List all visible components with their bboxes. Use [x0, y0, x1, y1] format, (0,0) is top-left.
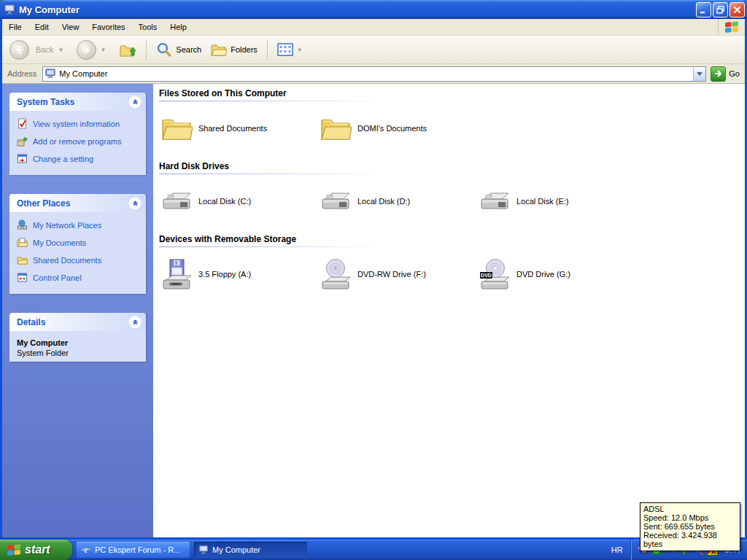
- hard-disk-icon: [479, 190, 511, 212]
- control-panel-icon: [17, 272, 28, 283]
- network-status-tooltip: ADSL Speed: 12.0 Mbps Sent: 669.655 byte…: [640, 502, 740, 551]
- menu-tools[interactable]: Tools: [132, 20, 164, 34]
- menu-help[interactable]: Help: [163, 20, 193, 34]
- forward-icon: [77, 40, 96, 60]
- tooltip-line: Sent: 669.655 bytes: [643, 522, 737, 531]
- start-button[interactable]: start: [0, 540, 72, 560]
- windows-flag-icon: [7, 543, 21, 556]
- forward-dropdown-icon[interactable]: ▼: [100, 47, 106, 53]
- explorer-window: My Computer File Edit View Favorites Too…: [0, 0, 747, 540]
- shared-documents-icon: [17, 254, 28, 265]
- taskbar-button-label: My Computer: [212, 545, 260, 554]
- folders-icon: [210, 42, 227, 57]
- item-local-disk-c[interactable]: Local Disk (C:): [159, 184, 318, 218]
- up-folder-icon: [119, 41, 136, 58]
- section-divider: [159, 174, 371, 174]
- address-label: Address: [7, 69, 36, 78]
- address-dropdown-button[interactable]: [693, 67, 705, 81]
- other-places-panel: Other Places: [9, 194, 146, 294]
- folders-button[interactable]: Folders: [207, 42, 260, 57]
- details-item-name: My Computer: [17, 338, 143, 347]
- system-tasks-header[interactable]: System Tasks: [9, 93, 146, 111]
- views-button[interactable]: ▼: [274, 43, 310, 56]
- views-dropdown-icon[interactable]: ▼: [297, 47, 303, 53]
- window-title: My Computer: [19, 4, 694, 15]
- item-shared-documents[interactable]: Shared Documents: [159, 112, 318, 145]
- section-files-stored: Files Stored on This Computer Shared Doc…: [159, 88, 745, 145]
- item-dvd-g[interactable]: DVD DVD Drive (G:): [477, 257, 636, 291]
- change-setting-icon: [17, 153, 28, 164]
- my-network-places-link[interactable]: My Network Places: [17, 219, 143, 230]
- details-panel: Details My Computer System Folder: [9, 313, 146, 362]
- tooltip-line: Received: 3.424.938 bytes: [643, 531, 737, 548]
- up-button[interactable]: [116, 41, 139, 58]
- section-title: Devices with Removable Storage: [159, 234, 745, 244]
- menu-favorites[interactable]: Favorites: [85, 20, 131, 34]
- network-places-icon: [17, 219, 28, 230]
- folders-label: Folders: [231, 45, 258, 54]
- address-input[interactable]: My Computer: [42, 66, 706, 82]
- menu-edit[interactable]: Edit: [28, 20, 55, 34]
- hard-disk-icon: [160, 190, 193, 212]
- svg-text:DVD: DVD: [481, 273, 492, 278]
- other-places-header[interactable]: Other Places: [9, 194, 146, 212]
- hard-disk-icon: [320, 190, 352, 212]
- floppy-drive-icon: [160, 258, 193, 290]
- item-floppy-a[interactable]: 3.5 Floppy (A:): [159, 257, 318, 291]
- taskbar-button-my-computer[interactable]: My Computer: [194, 542, 307, 558]
- views-icon: [277, 43, 293, 56]
- section-hard-disks: Hard Disk Drives Local Disk (C:): [159, 161, 745, 218]
- menu-file[interactable]: File: [2, 20, 28, 34]
- title-bar[interactable]: My Computer: [0, 0, 747, 19]
- section-divider: [159, 101, 371, 101]
- section-removable-storage: Devices with Removable Storage: [159, 234, 745, 291]
- my-documents-icon: [17, 237, 28, 248]
- back-icon: [9, 40, 29, 60]
- section-title: Files Stored on This Computer: [159, 88, 745, 98]
- go-button[interactable]: Go: [711, 66, 740, 82]
- restore-button[interactable]: [713, 2, 728, 18]
- system-tasks-panel: System Tasks View system information: [9, 93, 146, 175]
- search-icon: [156, 42, 172, 58]
- item-local-disk-e[interactable]: Local Disk (E:): [477, 184, 636, 218]
- folder-icon: [160, 115, 193, 141]
- item-domi-documents[interactable]: DOMI's Documents: [318, 112, 477, 145]
- address-value: My Computer: [59, 69, 107, 78]
- section-title: Hard Disk Drives: [159, 161, 745, 171]
- forward-button[interactable]: ▼: [74, 40, 113, 60]
- dvd-drive-icon: [320, 258, 352, 290]
- control-panel-link[interactable]: Control Panel: [17, 272, 143, 283]
- go-arrow-icon: [711, 66, 726, 82]
- go-label: Go: [729, 69, 740, 78]
- back-label: Back: [36, 45, 53, 54]
- svg-text:e: e: [84, 545, 88, 555]
- add-remove-programs-icon: [17, 136, 28, 147]
- taskbar-button-pc-ekspert[interactable]: e PC Ekspert Forum - R...: [77, 542, 190, 558]
- search-button[interactable]: Search: [153, 42, 204, 58]
- view-system-information-link[interactable]: View system information: [17, 118, 143, 129]
- system-info-icon: [17, 118, 28, 129]
- menu-view[interactable]: View: [55, 20, 86, 34]
- item-dvd-rw-f[interactable]: DVD-RW Drive (F:): [318, 257, 477, 291]
- start-label: start: [25, 543, 58, 556]
- collapse-chevron-icon[interactable]: [128, 96, 142, 109]
- back-dropdown-icon[interactable]: ▼: [58, 47, 63, 53]
- language-indicator[interactable]: HR: [604, 545, 630, 554]
- shared-documents-link[interactable]: Shared Documents: [17, 254, 143, 265]
- task-pane-sidebar: System Tasks View system information: [2, 84, 153, 537]
- my-documents-link[interactable]: My Documents: [17, 237, 143, 248]
- item-local-disk-d[interactable]: Local Disk (D:): [318, 184, 477, 218]
- add-remove-programs-link[interactable]: Add or remove programs: [17, 136, 143, 147]
- details-item-type: System Folder: [17, 349, 143, 357]
- back-button[interactable]: Back ▼: [7, 40, 71, 60]
- change-a-setting-link[interactable]: Change a setting: [17, 153, 143, 164]
- close-button[interactable]: [729, 2, 745, 18]
- taskbar: start e PC Ekspert Forum - R... My Compu…: [0, 540, 747, 560]
- minimize-button[interactable]: [696, 2, 711, 18]
- collapse-chevron-icon[interactable]: [128, 197, 142, 210]
- collapse-chevron-icon[interactable]: [128, 316, 142, 329]
- my-computer-icon: [4, 4, 15, 15]
- my-computer-icon: [45, 69, 55, 79]
- dvd-drive-badge-icon: DVD: [479, 258, 511, 290]
- details-header[interactable]: Details: [9, 313, 146, 331]
